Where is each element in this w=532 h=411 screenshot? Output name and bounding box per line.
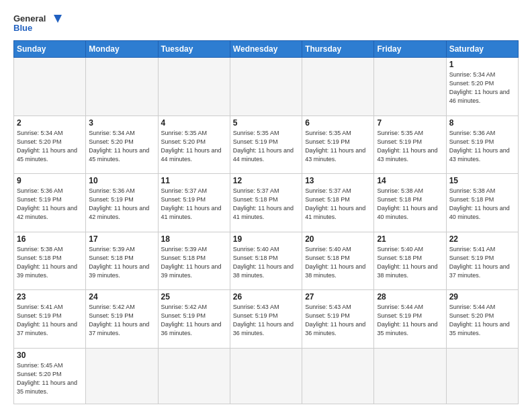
generalblue-logo: GeneralBlue [13, 11, 67, 35]
calendar-day-cell [86, 58, 158, 116]
day-info: Sunrise: 5:36 AM Sunset: 5:19 PM Dayligh… [17, 187, 83, 222]
calendar-day-cell [230, 348, 302, 404]
calendar-week-row: 2Sunrise: 5:34 AM Sunset: 5:20 PM Daylig… [14, 116, 519, 174]
calendar-day-cell: 12Sunrise: 5:37 AM Sunset: 5:18 PM Dayli… [230, 174, 302, 232]
day-info: Sunrise: 5:40 AM Sunset: 5:18 PM Dayligh… [377, 245, 443, 280]
day-number: 11 [161, 176, 227, 185]
calendar-day-cell: 8Sunrise: 5:36 AM Sunset: 5:19 PM Daylig… [446, 116, 518, 174]
calendar-day-cell: 28Sunrise: 5:44 AM Sunset: 5:19 PM Dayli… [374, 290, 446, 349]
calendar-day-cell [302, 348, 374, 404]
calendar-day-cell [302, 58, 374, 116]
calendar-day-cell: 2Sunrise: 5:34 AM Sunset: 5:20 PM Daylig… [14, 116, 86, 174]
calendar-day-cell: 16Sunrise: 5:38 AM Sunset: 5:18 PM Dayli… [14, 232, 86, 290]
day-number: 9 [17, 176, 83, 185]
day-info: Sunrise: 5:40 AM Sunset: 5:18 PM Dayligh… [233, 245, 299, 280]
calendar-day-cell [86, 348, 158, 404]
day-number: 3 [89, 118, 154, 128]
calendar-day-cell [158, 348, 230, 404]
day-number: 17 [89, 234, 154, 244]
day-number: 28 [377, 292, 443, 302]
calendar-day-cell [374, 348, 446, 404]
calendar-day-cell: 10Sunrise: 5:36 AM Sunset: 5:19 PM Dayli… [86, 174, 158, 232]
calendar-weekday-header: Friday [374, 41, 446, 58]
calendar-day-cell: 30Sunrise: 5:45 AM Sunset: 5:20 PM Dayli… [14, 348, 86, 404]
day-info: Sunrise: 5:37 AM Sunset: 5:18 PM Dayligh… [305, 187, 371, 222]
calendar-week-row: 9Sunrise: 5:36 AM Sunset: 5:19 PM Daylig… [14, 174, 519, 232]
page: GeneralBlue SundayMondayTuesdayWednesday… [0, 0, 532, 411]
day-number: 15 [449, 176, 515, 185]
svg-text:General: General [13, 13, 46, 24]
day-info: Sunrise: 5:35 AM Sunset: 5:19 PM Dayligh… [305, 129, 371, 164]
day-info: Sunrise: 5:42 AM Sunset: 5:19 PM Dayligh… [89, 303, 154, 338]
calendar-day-cell: 4Sunrise: 5:35 AM Sunset: 5:20 PM Daylig… [158, 116, 230, 174]
calendar-day-cell: 27Sunrise: 5:43 AM Sunset: 5:19 PM Dayli… [302, 290, 374, 349]
calendar-weekday-header: Sunday [14, 41, 86, 58]
logo: GeneralBlue [13, 11, 67, 35]
day-info: Sunrise: 5:36 AM Sunset: 5:19 PM Dayligh… [89, 187, 154, 222]
calendar-weekday-header: Tuesday [158, 41, 230, 58]
day-info: Sunrise: 5:37 AM Sunset: 5:18 PM Dayligh… [233, 187, 299, 222]
day-info: Sunrise: 5:45 AM Sunset: 5:20 PM Dayligh… [17, 361, 83, 396]
day-info: Sunrise: 5:39 AM Sunset: 5:18 PM Dayligh… [161, 245, 227, 280]
day-number: 7 [377, 118, 443, 128]
calendar-day-cell: 3Sunrise: 5:34 AM Sunset: 5:20 PM Daylig… [86, 116, 158, 174]
day-number: 25 [161, 292, 227, 302]
calendar-day-cell: 22Sunrise: 5:41 AM Sunset: 5:19 PM Dayli… [446, 232, 518, 290]
svg-text:Blue: Blue [13, 23, 32, 33]
day-number: 20 [305, 234, 371, 244]
day-number: 30 [17, 351, 83, 360]
calendar-weekday-header: Thursday [302, 41, 374, 58]
day-info: Sunrise: 5:41 AM Sunset: 5:19 PM Dayligh… [449, 245, 515, 280]
day-number: 21 [377, 234, 443, 244]
day-info: Sunrise: 5:44 AM Sunset: 5:19 PM Dayligh… [377, 303, 443, 338]
day-number: 12 [233, 176, 299, 185]
calendar-week-row: 1Sunrise: 5:34 AM Sunset: 5:20 PM Daylig… [14, 58, 519, 116]
day-number: 6 [305, 118, 371, 128]
day-info: Sunrise: 5:43 AM Sunset: 5:19 PM Dayligh… [305, 303, 371, 338]
calendar-day-cell: 25Sunrise: 5:42 AM Sunset: 5:19 PM Dayli… [158, 290, 230, 349]
day-number: 24 [89, 292, 154, 302]
calendar-table: SundayMondayTuesdayWednesdayThursdayFrid… [13, 40, 519, 404]
day-number: 16 [17, 234, 83, 244]
day-number: 4 [161, 118, 227, 128]
svg-marker-2 [54, 15, 62, 23]
day-info: Sunrise: 5:34 AM Sunset: 5:20 PM Dayligh… [17, 129, 83, 164]
calendar-day-cell [14, 58, 86, 116]
day-number: 18 [161, 234, 227, 244]
day-number: 26 [233, 292, 299, 302]
day-number: 10 [89, 176, 154, 185]
day-info: Sunrise: 5:42 AM Sunset: 5:19 PM Dayligh… [161, 303, 227, 338]
day-info: Sunrise: 5:39 AM Sunset: 5:18 PM Dayligh… [89, 245, 154, 280]
calendar-day-cell: 19Sunrise: 5:40 AM Sunset: 5:18 PM Dayli… [230, 232, 302, 290]
day-info: Sunrise: 5:41 AM Sunset: 5:19 PM Dayligh… [17, 303, 83, 338]
calendar-day-cell [158, 58, 230, 116]
day-info: Sunrise: 5:38 AM Sunset: 5:18 PM Dayligh… [449, 187, 515, 222]
calendar-weekday-header: Saturday [446, 41, 518, 58]
day-number: 2 [17, 118, 83, 128]
calendar-weekday-header: Monday [86, 41, 158, 58]
day-number: 13 [305, 176, 371, 185]
day-number: 14 [377, 176, 443, 185]
day-info: Sunrise: 5:35 AM Sunset: 5:20 PM Dayligh… [161, 129, 227, 164]
calendar-day-cell: 23Sunrise: 5:41 AM Sunset: 5:19 PM Dayli… [14, 290, 86, 349]
calendar-day-cell: 20Sunrise: 5:40 AM Sunset: 5:18 PM Dayli… [302, 232, 374, 290]
day-number: 29 [449, 292, 515, 302]
day-number: 22 [449, 234, 515, 244]
calendar-day-cell: 17Sunrise: 5:39 AM Sunset: 5:18 PM Dayli… [86, 232, 158, 290]
calendar-day-cell [230, 58, 302, 116]
calendar-day-cell: 1Sunrise: 5:34 AM Sunset: 5:20 PM Daylig… [446, 58, 518, 116]
calendar-day-cell: 21Sunrise: 5:40 AM Sunset: 5:18 PM Dayli… [374, 232, 446, 290]
day-number: 8 [449, 118, 515, 128]
calendar-day-cell: 5Sunrise: 5:35 AM Sunset: 5:19 PM Daylig… [230, 116, 302, 174]
day-number: 19 [233, 234, 299, 244]
day-info: Sunrise: 5:34 AM Sunset: 5:20 PM Dayligh… [89, 129, 154, 164]
calendar-day-cell: 9Sunrise: 5:36 AM Sunset: 5:19 PM Daylig… [14, 174, 86, 232]
calendar-week-row: 30Sunrise: 5:45 AM Sunset: 5:20 PM Dayli… [14, 348, 519, 404]
calendar-header-row: SundayMondayTuesdayWednesdayThursdayFrid… [14, 41, 519, 58]
calendar-day-cell: 29Sunrise: 5:44 AM Sunset: 5:20 PM Dayli… [446, 290, 518, 349]
day-info: Sunrise: 5:38 AM Sunset: 5:18 PM Dayligh… [17, 245, 83, 280]
calendar-day-cell [374, 58, 446, 116]
day-info: Sunrise: 5:43 AM Sunset: 5:19 PM Dayligh… [233, 303, 299, 338]
day-info: Sunrise: 5:37 AM Sunset: 5:19 PM Dayligh… [161, 187, 227, 222]
calendar-day-cell: 26Sunrise: 5:43 AM Sunset: 5:19 PM Dayli… [230, 290, 302, 349]
